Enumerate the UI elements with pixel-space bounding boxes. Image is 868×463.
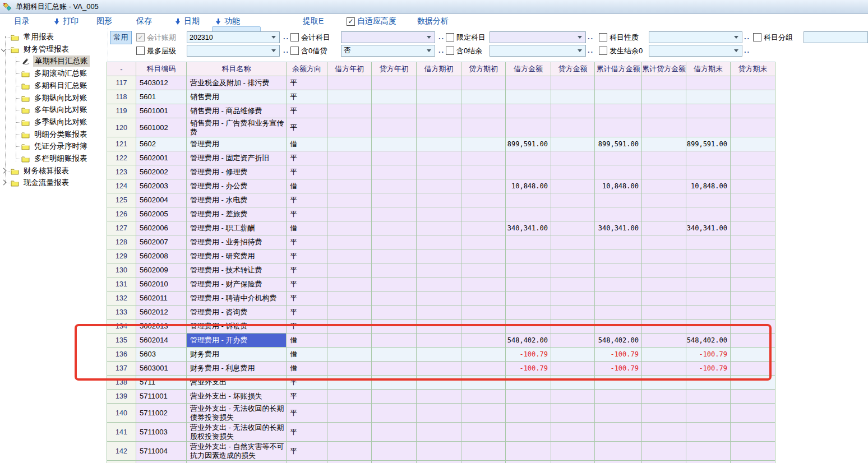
amount-cell[interactable] [461,90,506,104]
amount-cell[interactable] [372,334,417,348]
filter-include-0-debit-credit-select[interactable]: 否 [341,45,435,57]
amount-cell[interactable] [372,207,417,221]
amount-cell[interactable] [686,404,731,423]
header-cell[interactable]: 贷方年初 [372,62,417,76]
amount-cell[interactable] [595,291,642,305]
amount-cell[interactable] [551,151,595,165]
amount-cell[interactable] [506,207,551,221]
balance-direction-cell[interactable]: 借 [287,137,327,151]
balance-direction-cell[interactable]: 借 [287,348,327,362]
amount-cell[interactable] [461,442,506,461]
toolbar-item-extract[interactable]: 提取E [303,16,324,26]
sidebar-item-finance-mgmt-reports[interactable]: 财务管理报表 [5,44,71,55]
amount-cell[interactable] [506,118,551,137]
balance-direction-cell[interactable]: 平 [287,104,327,118]
amount-cell[interactable] [731,235,775,249]
amount-cell[interactable] [372,291,417,305]
amount-cell[interactable] [372,76,417,90]
amount-cell[interactable] [372,90,417,104]
balance-direction-cell[interactable]: 平 [287,165,327,179]
amount-cell[interactable] [731,207,775,221]
amount-cell[interactable] [417,118,461,137]
amount-cell[interactable] [417,235,461,249]
amount-cell[interactable] [372,461,417,463]
amount-cell[interactable] [686,151,731,165]
amount-cell[interactable] [461,334,506,348]
amount-cell[interactable]: 10,848.00 [686,179,731,193]
amount-cell[interactable] [327,179,372,193]
amount-cell[interactable]: 340,341.00 [595,221,642,235]
filter-subject-nature-select[interactable] [649,31,742,43]
row-number-cell[interactable]: 142 [107,442,136,461]
amount-cell[interactable] [327,320,372,334]
amount-cell[interactable] [731,165,775,179]
amount-cell[interactable] [461,151,506,165]
amount-cell[interactable] [551,390,595,404]
row-number-cell[interactable]: 127 [107,221,136,235]
row-number-cell[interactable]: 117 [107,76,136,90]
sidebar-item-multi-year-vertical[interactable]: 多年纵向比对账 [16,104,89,115]
account-code-cell[interactable]: 5602008 [136,249,187,263]
filter-subject-group-checkbox[interactable]: 科目分组 [753,33,793,42]
toolbar-item-date[interactable]: 日期 [176,16,200,26]
amount-cell[interactable] [372,442,417,461]
filter-include-0-balance-checkbox[interactable]: 含0结余 [446,46,482,55]
filter-acct-period-checkbox[interactable]: ✓会计账期 [136,33,176,42]
amount-cell[interactable] [461,104,506,118]
account-code-cell[interactable]: 5602006 [136,221,187,235]
account-name-cell[interactable]: 财务费用 [187,348,287,362]
amount-cell[interactable] [551,263,595,277]
row-number-cell[interactable]: 132 [107,291,136,305]
sidebar-item-common-reports[interactable]: 常用报表 [5,31,56,43]
header-cell[interactable]: 借方期末 [686,62,731,76]
amount-cell[interactable] [686,90,731,104]
header-cell[interactable]: 科目编码 [136,62,187,76]
amount-cell[interactable] [731,442,775,461]
balance-direction-cell[interactable]: 平 [287,442,327,461]
account-code-cell[interactable]: 5602003 [136,179,187,193]
amount-cell[interactable] [551,193,595,207]
amount-cell[interactable] [642,151,686,165]
auto-height-checkbox[interactable]: ✓ [347,17,355,26]
amount-cell[interactable] [686,277,731,291]
amount-cell[interactable] [642,423,686,442]
row-number-cell[interactable]: 139 [107,390,136,404]
amount-cell[interactable] [327,104,372,118]
amount-cell[interactable] [327,442,372,461]
balance-direction-cell[interactable]: 平 [287,404,327,423]
amount-cell[interactable] [731,390,775,404]
filter-max-level-checkbox[interactable]: 最多层级 [136,46,176,55]
amount-cell[interactable] [417,165,461,179]
filter-subject-nature-checkbox[interactable]: 科目性质 [599,33,639,42]
amount-cell[interactable] [595,423,642,442]
account-name-cell[interactable]: 销售费用 - 广告费和业务宣传费 [187,118,287,137]
amount-cell[interactable] [551,291,595,305]
amount-cell[interactable] [372,423,417,442]
amount-cell[interactable] [731,249,775,263]
account-code-cell[interactable]: 5603001 [136,362,187,376]
row-number-cell[interactable] [107,461,136,463]
account-code-cell[interactable]: 5601002 [136,118,187,137]
amount-cell[interactable] [417,423,461,442]
sidebar-item-single-period-summary[interactable]: 单期科目汇总账 [16,55,90,67]
amount-cell[interactable] [327,390,372,404]
amount-cell[interactable] [417,104,461,118]
amount-cell[interactable] [461,76,506,90]
amount-cell[interactable] [417,221,461,235]
balance-direction-cell[interactable]: 平 [287,76,327,90]
amount-cell[interactable] [595,442,642,461]
row-number-cell[interactable]: 136 [107,348,136,362]
header-cell[interactable]: 借方期初 [417,62,461,76]
amount-cell[interactable]: 548,402.00 [595,334,642,348]
amount-cell[interactable] [327,165,372,179]
account-name-cell[interactable]: 营业外支出 - 无法收回的长期股权投资损失 [187,423,287,442]
amount-cell[interactable] [327,404,372,423]
amount-cell[interactable] [461,305,506,320]
amount-cell[interactable] [327,151,372,165]
amount-cell[interactable] [686,263,731,277]
account-name-cell[interactable]: 管理费用 - 研究费用 [187,249,287,263]
row-number-cell[interactable]: 134 [107,320,136,334]
amount-cell[interactable] [686,118,731,137]
amount-cell[interactable] [417,390,461,404]
amount-cell[interactable] [551,320,595,334]
